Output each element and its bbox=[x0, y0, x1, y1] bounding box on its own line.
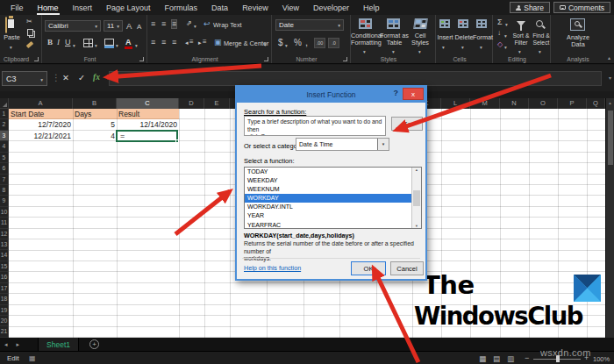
ribbon-tab[interactable]: Home bbox=[31, 0, 66, 15]
category-dropdown[interactable]: Date & Time bbox=[296, 138, 389, 151]
row-header-11[interactable]: 11 bbox=[0, 218, 9, 228]
list-scrollbar-thumb[interactable] bbox=[413, 190, 420, 206]
font-color-caret-icon[interactable] bbox=[135, 41, 138, 49]
column-header-L[interactable]: L bbox=[441, 98, 470, 109]
align-right-icon[interactable] bbox=[172, 39, 176, 46]
column-header-Q[interactable]: Q bbox=[587, 98, 605, 109]
function-list-item[interactable]: WORKDAY.INTL bbox=[245, 203, 421, 211]
select-all-button[interactable] bbox=[0, 98, 9, 109]
decrease-indent-icon[interactable] bbox=[185, 39, 189, 46]
column-header-A[interactable]: A bbox=[9, 98, 73, 109]
ok-button[interactable]: OK bbox=[351, 261, 386, 275]
function-listbox[interactable]: TODAYWEEKDAYWEEKNUMWORKDAYWORKDAY.INTLYE… bbox=[244, 167, 422, 229]
row-header-13[interactable]: 13 bbox=[0, 239, 9, 250]
decrease-font-button[interactable]: A bbox=[137, 24, 141, 31]
cell-c1[interactable]: Result bbox=[118, 109, 139, 119]
ribbon-tab[interactable]: Formulas bbox=[158, 0, 205, 15]
merge-center-icon[interactable] bbox=[214, 39, 222, 46]
underline-button[interactable]: U bbox=[65, 39, 71, 46]
font-dialog-launcher[interactable] bbox=[139, 57, 144, 61]
search-function-input[interactable]: Type a brief description of what you wan… bbox=[244, 116, 386, 136]
underline-caret-icon[interactable] bbox=[73, 41, 75, 49]
function-list-item[interactable]: WEEKDAY bbox=[245, 176, 421, 185]
align-middle-icon[interactable] bbox=[161, 20, 166, 28]
fill-handle[interactable] bbox=[175, 139, 179, 143]
fill-color-caret-icon[interactable] bbox=[116, 41, 118, 49]
autosum-icon[interactable] bbox=[497, 18, 503, 26]
align-center-icon[interactable] bbox=[161, 39, 166, 46]
font-name-combo[interactable]: Calibri bbox=[45, 20, 101, 32]
row-header-3[interactable]: 3 bbox=[0, 131, 9, 141]
dialog-help-icon[interactable]: ? bbox=[394, 89, 399, 97]
comments-button[interactable]: Comments bbox=[553, 2, 610, 13]
sheet-nav-right-icon[interactable] bbox=[12, 341, 25, 348]
align-left-icon[interactable] bbox=[151, 39, 155, 46]
column-header-B[interactable]: B bbox=[73, 98, 117, 109]
sheet-tab-sheet1[interactable]: Sheet1 bbox=[38, 338, 79, 351]
collapse-ribbon-icon[interactable]: ▴ bbox=[608, 54, 610, 61]
align-bottom-icon[interactable] bbox=[172, 20, 176, 28]
cut-icon[interactable] bbox=[26, 18, 32, 25]
paste-button[interactable] bbox=[5, 18, 7, 33]
fill-color-icon[interactable] bbox=[104, 39, 114, 46]
row-header-7[interactable]: 7 bbox=[0, 175, 9, 185]
row-header-16[interactable]: 16 bbox=[0, 272, 9, 282]
name-box[interactable]: C3 bbox=[2, 71, 47, 86]
share-button[interactable]: Share bbox=[510, 2, 550, 13]
italic-button[interactable]: I bbox=[57, 39, 60, 46]
autosum-caret-icon[interactable] bbox=[505, 20, 508, 28]
add-sheet-button[interactable] bbox=[89, 339, 99, 349]
align-top-icon[interactable] bbox=[151, 20, 155, 28]
font-color-icon[interactable]: A bbox=[125, 38, 132, 46]
orientation-icon[interactable]: ⇗ bbox=[186, 20, 192, 27]
number-dialog-launcher[interactable] bbox=[343, 57, 347, 61]
column-header-P[interactable]: P bbox=[558, 98, 587, 109]
cell-c2[interactable]: 12/14/2020 bbox=[117, 119, 177, 130]
list-scroll-up-icon[interactable] bbox=[412, 168, 421, 172]
ribbon-tab[interactable]: Data bbox=[204, 0, 235, 15]
zoom-out-icon[interactable] bbox=[525, 353, 529, 362]
vertical-scrollbar-thumb[interactable] bbox=[608, 111, 613, 165]
cancel-entry-icon[interactable]: ✕ bbox=[62, 73, 69, 82]
fill-icon[interactable]: ↓ bbox=[497, 30, 501, 37]
page-layout-view-icon[interactable] bbox=[493, 354, 500, 363]
format-painter-icon[interactable] bbox=[26, 41, 34, 48]
clear-caret-icon[interactable] bbox=[504, 43, 507, 51]
row-header-20[interactable]: 20 bbox=[0, 316, 9, 326]
ribbon-tab[interactable]: Insert bbox=[66, 0, 100, 15]
cell-b3[interactable]: 4 bbox=[73, 131, 115, 141]
borders-caret-icon[interactable] bbox=[95, 41, 97, 49]
row-header-15[interactable]: 15 bbox=[0, 261, 9, 272]
merge-center-label[interactable]: Merge & Center bbox=[224, 40, 269, 47]
formula-input[interactable] bbox=[109, 71, 602, 86]
row-header-8[interactable]: 8 bbox=[0, 185, 9, 196]
ribbon-tab[interactable]: Developer bbox=[306, 0, 356, 15]
row-header-17[interactable]: 17 bbox=[0, 283, 9, 294]
enter-entry-icon[interactable]: ✓ bbox=[78, 73, 85, 82]
borders-icon[interactable] bbox=[83, 39, 93, 47]
ribbon-tab[interactable]: Page Layout bbox=[99, 0, 158, 15]
ribbon-tab[interactable]: Review bbox=[235, 0, 275, 15]
bold-button[interactable]: B bbox=[47, 39, 53, 46]
normal-view-icon[interactable] bbox=[479, 354, 486, 363]
row-header-2[interactable]: 2 bbox=[0, 119, 9, 130]
increase-decimal-button[interactable]: .00 bbox=[314, 38, 325, 48]
wrap-text-icon[interactable] bbox=[203, 20, 211, 28]
font-size-combo[interactable]: 11 bbox=[104, 20, 123, 32]
column-header-M[interactable]: M bbox=[470, 98, 500, 109]
clipboard-dialog-launcher[interactable] bbox=[34, 57, 39, 61]
paste-caret-icon[interactable] bbox=[10, 43, 12, 51]
row-header-18[interactable]: 18 bbox=[0, 294, 9, 304]
percent-style-button[interactable]: % bbox=[294, 39, 302, 47]
row-header-4[interactable]: 4 bbox=[0, 141, 9, 152]
category-dropdown-arrow-icon[interactable] bbox=[377, 139, 389, 150]
row-header-14[interactable]: 14 bbox=[0, 250, 9, 261]
ribbon-tab[interactable]: Help bbox=[356, 0, 387, 15]
comma-style-button[interactable]: , bbox=[305, 38, 308, 47]
dialog-close-icon[interactable]: x bbox=[403, 88, 424, 100]
function-list-item[interactable]: YEARFRAC bbox=[245, 221, 421, 229]
merge-center-caret-icon[interactable] bbox=[264, 40, 267, 48]
cell-b2[interactable]: 5 bbox=[73, 119, 115, 130]
row-header-19[interactable]: 19 bbox=[0, 305, 9, 316]
cell-a1[interactable]: Start Date bbox=[11, 109, 44, 119]
